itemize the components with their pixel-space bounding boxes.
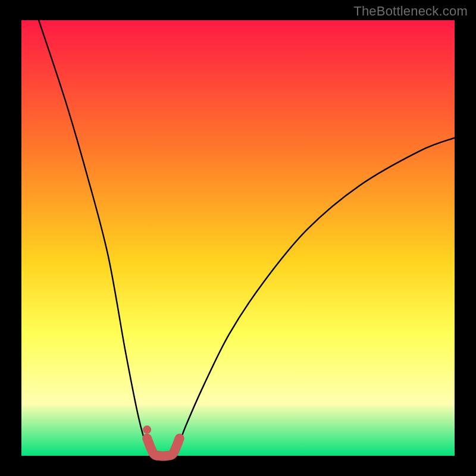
gradient-background <box>21 20 455 456</box>
chart-frame: TheBottleneck.com <box>0 0 476 476</box>
bottleneck-plot <box>0 0 476 476</box>
marker-dot <box>143 425 151 434</box>
watermark-label: TheBottleneck.com <box>353 4 468 19</box>
